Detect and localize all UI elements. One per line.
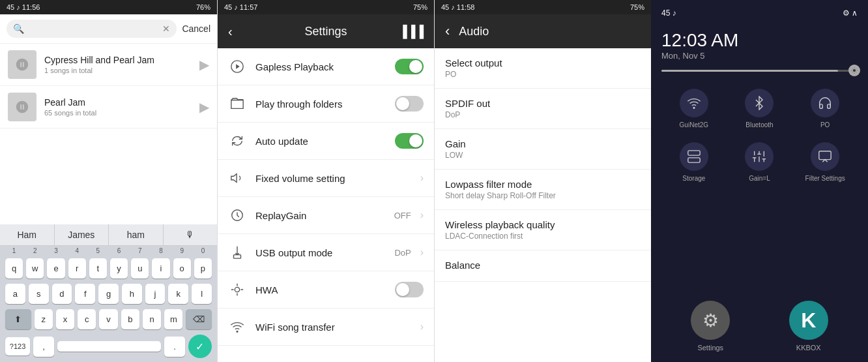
volume-icon <box>228 169 246 187</box>
settings-back-button[interactable]: ‹ <box>228 24 233 39</box>
settings-item-usb[interactable]: USB output mode DoP › <box>218 234 434 271</box>
sym-key[interactable]: ?123 <box>5 337 30 355</box>
key-k[interactable]: k <box>168 284 188 304</box>
hwa-toggle[interactable] <box>395 282 424 297</box>
key-w[interactable]: w <box>26 258 44 279</box>
settings-title: Settings <box>304 25 347 38</box>
key-j[interactable]: j <box>145 284 166 304</box>
cancel-button[interactable]: Cancel <box>182 23 210 34</box>
shift-key[interactable]: ⬆ <box>5 309 31 329</box>
autoupdate-icon <box>228 132 246 150</box>
qs-tile-po[interactable]: PO <box>792 82 858 135</box>
settings-item-replaygain[interactable]: ReplayGain OFF › <box>218 197 434 234</box>
qs-date: Mon, Nov 5 <box>661 51 858 61</box>
settings-item-wifi[interactable]: WiFi song transfer › <box>218 309 434 346</box>
wifi-label: WiFi song transfer <box>255 322 411 333</box>
play-icon-2[interactable]: ▶ <box>199 99 209 115</box>
brightness-slider[interactable] <box>661 70 858 72</box>
status-bar-3: 45 ♪ 11:58 75% <box>435 0 651 14</box>
keyboard-row-1: q w e r t y u i o p <box>0 256 217 281</box>
backspace-key[interactable]: ⌫ <box>186 309 212 329</box>
key-y[interactable]: y <box>110 258 128 279</box>
clear-icon[interactable]: ✕ <box>162 23 170 34</box>
key-n[interactable]: n <box>143 309 161 329</box>
num-5: 5 <box>89 247 107 254</box>
qs-tile-guinet[interactable]: GuiNet2G <box>661 82 727 135</box>
settings-item-autoupdate[interactable]: Auto update <box>218 123 434 160</box>
key-b[interactable]: b <box>121 309 139 329</box>
key-g[interactable]: g <box>98 284 119 304</box>
audio-item-spdif[interactable]: SPDIF out DoP <box>435 89 651 129</box>
play-icon-1[interactable]: ▶ <box>199 57 209 72</box>
audio-back-button[interactable]: ‹ <box>445 23 450 40</box>
battery-1: 76% <box>196 3 210 11</box>
audio-item-output[interactable]: Select output PO <box>435 48 651 89</box>
key-f[interactable]: f <box>75 284 95 304</box>
gapless-toggle[interactable] <box>395 59 424 74</box>
svg-point-16 <box>693 107 695 108</box>
period-key[interactable]: . <box>164 337 185 357</box>
search-input[interactable]: pearl jam <box>28 23 158 34</box>
settings-item-volume[interactable]: Fixed volume setting › <box>218 160 434 197</box>
chevron-wifi: › <box>420 321 424 333</box>
settings-item-gapless[interactable]: Gapless Playback <box>218 48 434 85</box>
qs-time-date: 12:03 AM Mon, Nov 5 <box>651 26 868 66</box>
qs-app-settings[interactable]: ⚙ Settings <box>691 301 730 352</box>
suggest-ham[interactable]: Ham <box>0 224 55 245</box>
gain-label: Gain=L <box>749 175 770 182</box>
key-e[interactable]: e <box>47 258 65 279</box>
music-search-panel: 45 ♪ 11:56 76% 🔍 pearl jam ✕ Cancel Cypr… <box>0 0 217 362</box>
audio-item-wireless[interactable]: Wireless playback quality LDAC-Connectio… <box>435 210 651 250</box>
audio-item-balance[interactable]: Balance <box>435 250 651 282</box>
qs-tile-storage[interactable]: Storage <box>661 136 727 189</box>
key-h[interactable]: h <box>122 284 142 304</box>
result-item-1[interactable]: Cypress Hill and Pearl Jam 1 songs in to… <box>0 44 217 86</box>
suggest-ham2[interactable]: ham <box>109 224 164 245</box>
num-3: 3 <box>47 247 65 254</box>
comma-key[interactable]: , <box>33 337 54 357</box>
bluetooth-label: Bluetooth <box>745 121 773 128</box>
folders-toggle[interactable] <box>395 96 424 112</box>
audio-item-gain[interactable]: Gain LOW <box>435 129 651 170</box>
result-item-2[interactable]: Pearl Jam 65 songs in total ▶ <box>0 86 217 128</box>
key-z[interactable]: z <box>35 309 53 329</box>
mic-icon[interactable]: 🎙 <box>164 224 218 245</box>
key-a[interactable]: a <box>5 284 25 304</box>
key-t[interactable]: t <box>89 258 107 279</box>
enter-key[interactable]: ✓ <box>188 335 212 358</box>
suggest-james[interactable]: James <box>55 224 109 245</box>
num-7: 7 <box>131 247 149 254</box>
keyboard-bottom: ?123 , . ✓ <box>0 332 217 362</box>
svg-line-14 <box>852 72 853 73</box>
settings-item-folders[interactable]: Play through folders <box>218 85 434 123</box>
key-u[interactable]: u <box>131 258 149 279</box>
search-input-wrap[interactable]: 🔍 pearl jam ✕ <box>7 20 177 38</box>
autoupdate-toggle[interactable] <box>395 133 424 149</box>
key-m[interactable]: m <box>164 309 182 329</box>
key-q[interactable]: q <box>5 258 23 279</box>
key-s[interactable]: s <box>29 284 49 304</box>
settings-item-hwa[interactable]: HWA <box>218 271 434 309</box>
qs-tile-bluetooth[interactable]: Bluetooth <box>727 82 792 135</box>
audio-gain-title: Gain <box>445 138 641 149</box>
key-o[interactable]: o <box>173 258 191 279</box>
settings-panel: 45 ♪ 11:57 75% ‹ Settings ▐▐▐ Gapless Pl… <box>217 0 434 362</box>
usb-icon <box>228 243 246 262</box>
key-d[interactable]: d <box>52 284 72 304</box>
key-v[interactable]: v <box>99 309 117 329</box>
audio-item-lowpass[interactable]: Lowpass filter mode Short delay Sharp Ro… <box>435 170 651 210</box>
equalizer-icon[interactable]: ▐▐▐ <box>399 25 424 38</box>
key-x[interactable]: x <box>56 309 74 329</box>
qs-tile-gain[interactable]: Gain=L <box>727 136 792 189</box>
key-p[interactable]: p <box>194 258 212 279</box>
key-l[interactable]: l <box>192 284 212 304</box>
qs-tile-filter[interactable]: Filter Settings <box>792 136 858 189</box>
qs-app-kkbox[interactable]: K KKBOX <box>789 301 828 352</box>
qs-time: 12:03 AM <box>661 30 858 51</box>
key-r[interactable]: r <box>68 258 86 279</box>
key-i[interactable]: i <box>152 258 169 279</box>
brightness-thumb[interactable] <box>848 65 860 76</box>
space-key[interactable] <box>57 341 161 352</box>
search-icon: 🔍 <box>13 23 24 34</box>
key-c[interactable]: c <box>78 309 96 329</box>
